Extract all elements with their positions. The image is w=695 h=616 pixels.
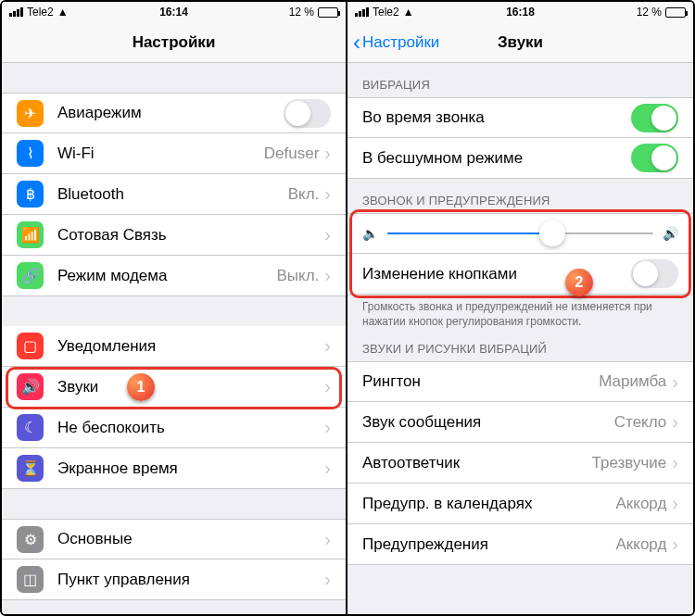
settings-g3-cell-0[interactable]: ⚙Основные› xyxy=(2,519,346,559)
cell-label: Авиарежим xyxy=(57,104,284,122)
header-ringer: ЗВОНОК И ПРЕДУПРЕЖДЕНИЯ xyxy=(348,179,693,213)
settings-g2-cell-2[interactable]: ☾Не беспокоить› xyxy=(2,408,346,448)
cell-label: Во время звонка xyxy=(362,108,631,127)
vibration-cell-0[interactable]: Во время звонка xyxy=(348,97,693,138)
chevron-right-icon: › xyxy=(672,452,678,473)
sounds-icon: 🔊 xyxy=(17,373,44,400)
chevron-right-icon: › xyxy=(324,183,331,205)
chevron-right-icon: › xyxy=(324,143,331,164)
chevron-right-icon: › xyxy=(324,376,331,397)
change-with-buttons-cell[interactable]: Изменение кнопками xyxy=(348,254,693,295)
chevron-right-icon: › xyxy=(324,224,331,245)
cell-detail: Выкл. xyxy=(276,267,319,285)
cell-label: Не беспокоить xyxy=(57,419,324,437)
nav-back-label: Настройки xyxy=(362,33,439,52)
bluetooth-icon: ฿ xyxy=(17,181,44,207)
settings-g2-cell-3[interactable]: ⏳Экранное время› xyxy=(2,448,346,489)
settings-g3-cell-1[interactable]: ◫Пункт управления› xyxy=(2,559,346,600)
nav-title: Звуки xyxy=(498,33,543,52)
signal-icon xyxy=(355,7,369,17)
battery-icon xyxy=(318,7,338,18)
dnd-icon: ☾ xyxy=(17,414,44,441)
chevron-right-icon: › xyxy=(672,411,678,433)
phone-left-settings: Tele2 ▲ 16:14 12 % Настройки ✈Авиарежим⌇… xyxy=(2,2,348,614)
sound-cell-3[interactable]: Предупр. в календаряхАккорд› xyxy=(348,484,693,524)
notifications-icon: ▢ xyxy=(17,333,44,359)
chevron-right-icon: › xyxy=(324,458,331,479)
settings-g1-cell-1[interactable]: ⌇Wi-FiDefuser› xyxy=(2,133,346,174)
cell-detail: Трезвучие xyxy=(592,454,667,472)
status-time: 16:14 xyxy=(159,6,188,19)
nav-title: Настройки xyxy=(133,33,216,52)
cell-toggle[interactable] xyxy=(631,104,678,132)
cell-label: Рингтон xyxy=(362,372,599,391)
cell-label: Звук сообщения xyxy=(362,413,614,432)
cell-label: Уведомления xyxy=(57,337,324,356)
change-with-buttons-toggle[interactable] xyxy=(631,259,678,288)
general-icon: ⚙ xyxy=(17,526,44,553)
cell-label: Предупреждения xyxy=(362,535,615,554)
settings-g1-cell-3[interactable]: 📶Сотовая Связь› xyxy=(2,215,346,256)
cell-label: Экранное время xyxy=(57,459,324,478)
sound-cell-1[interactable]: Звук сообщенияСтекло› xyxy=(348,402,693,443)
screentime-icon: ⏳ xyxy=(17,455,44,482)
cell-label: Режим модема xyxy=(57,267,276,285)
hotspot-icon: 🔗 xyxy=(17,262,44,289)
cellular-icon: 📶 xyxy=(17,221,44,248)
cell-toggle[interactable] xyxy=(631,144,678,172)
settings-g1-cell-2[interactable]: ฿BluetoothВкл.› xyxy=(2,174,346,215)
status-bar: Tele2 ▲ 16:18 12 % xyxy=(348,2,693,22)
sound-cell-0[interactable]: РингтонМаримба› xyxy=(348,361,693,402)
settings-content[interactable]: ✈Авиарежим⌇Wi-FiDefuser›฿BluetoothВкл.›📶… xyxy=(2,63,346,614)
cell-detail: Аккорд xyxy=(615,495,666,513)
chevron-right-icon: › xyxy=(324,569,331,590)
chevron-right-icon: › xyxy=(324,265,331,286)
footer-ringer: Громкость звонка и предупреждений не изм… xyxy=(348,295,693,333)
cell-detail: Аккорд xyxy=(615,535,666,554)
step-badge-2: 2 xyxy=(565,269,593,296)
battery-icon xyxy=(665,7,686,18)
chevron-right-icon: › xyxy=(324,417,331,438)
step-badge-1: 1 xyxy=(127,373,155,401)
settings-g1-cell-0[interactable]: ✈Авиарежим xyxy=(2,93,346,133)
sound-cell-2[interactable]: АвтоответчикТрезвучие› xyxy=(348,443,693,484)
nav-bar: Настройки xyxy=(2,22,346,63)
battery-text: 12 % xyxy=(637,6,662,19)
wifi-status-icon: ▲ xyxy=(57,6,69,19)
status-bar: Tele2 ▲ 16:14 12 % xyxy=(2,2,346,22)
ringer-volume-slider[interactable] xyxy=(387,233,653,234)
settings-g2-cell-1[interactable]: 🔊Звуки› xyxy=(2,367,346,408)
speaker-low-icon: 🔈 xyxy=(362,226,378,241)
cell-detail: Defuser xyxy=(264,145,320,163)
status-time: 16:18 xyxy=(506,6,535,19)
sound-cell-4[interactable]: ПредупрежденияАккорд› xyxy=(348,524,693,565)
cell-detail: Вкл. xyxy=(288,185,320,204)
wifi-status-icon: ▲ xyxy=(403,6,414,19)
chevron-right-icon: › xyxy=(672,493,678,514)
carrier-label: Tele2 xyxy=(373,6,399,19)
signal-icon xyxy=(9,7,23,17)
cell-label: Bluetooth xyxy=(57,185,288,204)
chevron-right-icon: › xyxy=(672,371,678,393)
vibration-cell-1[interactable]: В бесшумном режиме xyxy=(348,138,693,179)
cell-label: Сотовая Связь xyxy=(57,226,324,245)
nav-back-button[interactable]: ‹ Настройки xyxy=(353,31,439,54)
controlcenter-icon: ◫ xyxy=(17,566,44,593)
chevron-right-icon: › xyxy=(672,534,678,555)
sounds-content[interactable]: ВИБРАЦИЯ Во время звонкаВ бесшумном режи… xyxy=(348,63,693,614)
cell-detail: Стекло xyxy=(614,413,667,432)
carrier-label: Tele2 xyxy=(27,6,54,19)
cell-label: Предупр. в календарях xyxy=(362,495,615,513)
chevron-right-icon: › xyxy=(324,529,331,550)
cell-label: Wi-Fi xyxy=(57,145,264,163)
chevron-left-icon: ‹ xyxy=(353,31,360,54)
cell-label: Пункт управления xyxy=(57,571,324,589)
cell-label: Звуки xyxy=(57,378,324,396)
settings-g1-cell-4[interactable]: 🔗Режим модемаВыкл.› xyxy=(2,256,346,296)
cell-toggle[interactable] xyxy=(284,99,331,128)
speaker-high-icon: 🔊 xyxy=(663,226,678,241)
nav-bar: ‹ Настройки Звуки xyxy=(348,22,693,63)
cell-label: Автоответчик xyxy=(362,454,592,472)
phone-right-sounds: Tele2 ▲ 16:18 12 % ‹ Настройки Звуки ВИБ… xyxy=(348,2,693,614)
settings-g2-cell-0[interactable]: ▢Уведомления› xyxy=(2,326,346,367)
